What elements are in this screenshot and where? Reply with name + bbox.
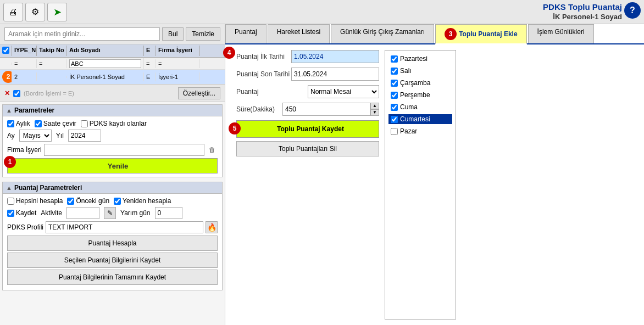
ilk-tarih-row: Puantaj İlk Tarihi — [236, 50, 379, 63]
header-e: E — [144, 46, 156, 56]
hepsini-checkbox[interactable] — [7, 198, 14, 205]
find-button[interactable]: Bul — [162, 27, 184, 41]
secilen-kaydet-button[interactable]: Seçilen Puantaj Bilgilerini Kaydet — [7, 253, 218, 268]
day-cuma[interactable]: Cuma — [388, 102, 452, 112]
tab-gunluk-giris[interactable]: Günlük Giriş Çıkış Zamanları — [331, 24, 434, 43]
puantaj-hesapla-button[interactable]: Puantaj Hesapla — [7, 236, 218, 251]
yil-input[interactable] — [68, 130, 101, 142]
tab-puantaj[interactable]: Puantaj — [225, 24, 267, 43]
hepsini-text: Hepsini hesapla — [16, 197, 63, 205]
day-sali[interactable]: Salı — [388, 66, 452, 76]
filter-active-checkbox[interactable] — [13, 90, 20, 97]
persembe-label: Perşembe — [400, 91, 430, 99]
cumartesi-checkbox[interactable] — [391, 116, 398, 123]
print-button[interactable]: 🖨 — [3, 3, 23, 21]
step1-circle: 1 — [4, 156, 16, 168]
right-content: 4 Puantaj İlk Tarihi Puantaj Son Tarihi — [225, 44, 644, 325]
onceki-gun-checkbox[interactable] — [67, 198, 74, 205]
kaydet-label[interactable]: Kaydet — [7, 209, 36, 217]
firma-delete-icon[interactable]: 🗑 — [207, 144, 218, 155]
puantaj-select[interactable]: Normal Mesai — [308, 85, 379, 98]
pazartesi-checkbox[interactable] — [391, 55, 398, 63]
aylik-checkbox[interactable] — [7, 120, 14, 127]
kaydet-checkbox[interactable] — [7, 210, 14, 217]
son-tarih-input[interactable] — [291, 68, 379, 81]
pazartesi-label: Pazartesi — [400, 55, 428, 63]
settings-button[interactable]: ⚙ — [25, 3, 45, 21]
parametreler-section: ▲ Parametreler Aylık Saate çevir — [2, 104, 223, 177]
toplu-puantaj-kaydet-button[interactable]: Toplu Puantaj Kaydet — [236, 120, 379, 138]
day-carsamba[interactable]: Çarşamba — [388, 78, 452, 88]
tab-hareket-listesi[interactable]: Hareket Listesi — [268, 24, 330, 43]
yeniden-label[interactable]: Yeniden hesapla — [114, 197, 171, 205]
aktivite-input[interactable] — [66, 207, 99, 219]
customize-button[interactable]: Özelleştir... — [178, 87, 220, 99]
app-header: PDKS Toplu Puantaj İK Personel-1 Soyad — [543, 2, 622, 21]
sali-checkbox[interactable] — [391, 68, 398, 75]
parametreler-header[interactable]: ▲ Parametreler — [3, 105, 222, 116]
filter-firma: = — [156, 59, 200, 68]
yil-label: Yıl — [56, 132, 64, 139]
table-row[interactable]: 2 2 İK Personel-1 Soyad E İşyeri-1 — [0, 70, 225, 85]
pdks-kaydi-text: PDKS kaydı olanlar — [90, 120, 147, 127]
row-takip — [37, 76, 67, 78]
yarim-gun-input[interactable] — [155, 207, 182, 219]
kaydet-text: Kaydet — [16, 209, 36, 217]
exit-button[interactable]: ➤ — [47, 3, 67, 21]
search-bar: Bul Temizle — [0, 24, 225, 44]
header-takip: Takip No — [37, 46, 67, 56]
filter-bar: ✕ (Bordro İşlemi = E) Özelleştir... — [0, 85, 225, 102]
sure-down-button[interactable]: ▼ — [370, 109, 379, 116]
carsamba-checkbox[interactable] — [391, 80, 398, 87]
select-all-checkbox[interactable] — [2, 47, 9, 54]
yarim-gun-label: Yarım gün — [120, 209, 150, 217]
sure-spinner: ▲ ▼ — [282, 103, 379, 116]
onceki-gun-label[interactable]: Önceki gün — [67, 197, 109, 205]
ilk-tarih-input[interactable] — [291, 50, 379, 63]
pdks-profili-btn[interactable]: 🔥 — [206, 221, 218, 233]
persembe-checkbox[interactable] — [391, 92, 398, 99]
puantaj-row: Puantaj Normal Mesai — [236, 85, 379, 98]
filter-no: = — [12, 59, 37, 68]
search-input[interactable] — [4, 27, 160, 41]
day-cumartesi[interactable]: Cumartesi — [388, 114, 452, 124]
aylik-label: Aylık — [16, 120, 30, 127]
app-subtitle: İK Personel-1 Soyad — [543, 13, 622, 21]
parametreler-title: Parametreler — [14, 107, 54, 114]
puantaj-parametreleri-header[interactable]: ▲ Puantaj Parametreleri — [3, 182, 222, 194]
sure-up-button[interactable]: ▲ — [370, 103, 379, 109]
step3-circle: 3 — [445, 28, 457, 40]
saate-cevir-label[interactable]: Saate çevir — [35, 120, 76, 127]
sure-input[interactable] — [282, 103, 370, 116]
clear-button[interactable]: Temizle — [186, 27, 220, 41]
toplu-puantaj-form: Puantaj İlk Tarihi Puantaj Son Tarihi Pu… — [236, 50, 379, 156]
hepsini-label[interactable]: Hepsini hesapla — [7, 197, 63, 205]
saate-cevir-checkbox[interactable] — [35, 120, 42, 127]
yeniden-checkbox[interactable] — [114, 198, 121, 205]
row-firma: İşyeri-1 — [156, 72, 200, 81]
son-tarih-row: Puantaj Son Tarihi — [236, 68, 379, 81]
help-button[interactable]: ? — [624, 2, 641, 19]
firma-input[interactable] — [44, 144, 204, 156]
yenile-button[interactable]: Yenile — [7, 158, 218, 173]
toplu-puantajlari-sil-button[interactable]: Toplu Puantajları Sil — [236, 141, 379, 156]
cuma-checkbox[interactable] — [391, 104, 398, 111]
pdks-kaydi-label[interactable]: PDKS kaydı olanlar — [81, 120, 147, 127]
day-pazar[interactable]: Pazar — [388, 126, 452, 136]
pdks-profili-input[interactable] — [46, 221, 203, 233]
row-check[interactable]: 2 — [0, 70, 12, 84]
tab-islem-gunlukleri[interactable]: İşlem Günlükleri — [528, 24, 594, 43]
aylik-checkbox-label[interactable]: Aylık — [7, 120, 30, 127]
tab-toplu-puantaj-ekle[interactable]: 3 Toplu Puantaj Ekle — [435, 24, 526, 44]
pazar-checkbox[interactable] — [391, 128, 398, 135]
adsoyad-filter-input[interactable] — [69, 59, 141, 68]
tamamini-kaydet-button[interactable]: Puantaj Bilgilerinin Tamamını Kaydet — [7, 270, 218, 285]
day-persembe[interactable]: Perşembe — [388, 90, 452, 100]
pdks-kaydi-checkbox[interactable] — [81, 120, 88, 127]
ay-select[interactable]: Mayıs — [19, 130, 52, 142]
day-pazartesi[interactable]: Pazartesi — [388, 54, 452, 64]
header-no: IYPE_No — [12, 46, 37, 56]
app-title: PDKS Toplu Puantaj — [543, 2, 622, 12]
aktivite-btn[interactable]: ✎ — [104, 207, 116, 219]
filter-adsoyad[interactable] — [67, 58, 144, 69]
